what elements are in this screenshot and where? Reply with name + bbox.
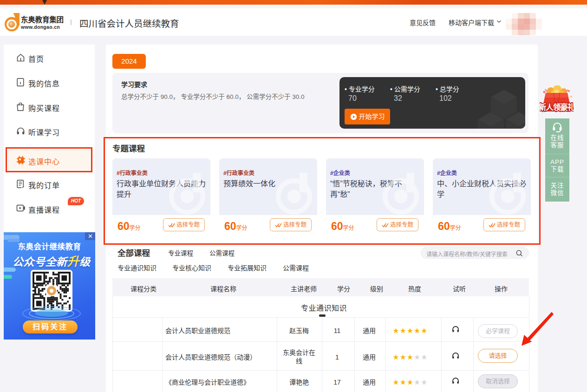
svg-text:新人领豪礼: 新人领豪礼	[540, 103, 574, 111]
svg-text:东奥教育集团: 东奥教育集团	[21, 15, 64, 24]
svg-text:www.dongao.cn: www.dongao.cn	[20, 24, 60, 30]
